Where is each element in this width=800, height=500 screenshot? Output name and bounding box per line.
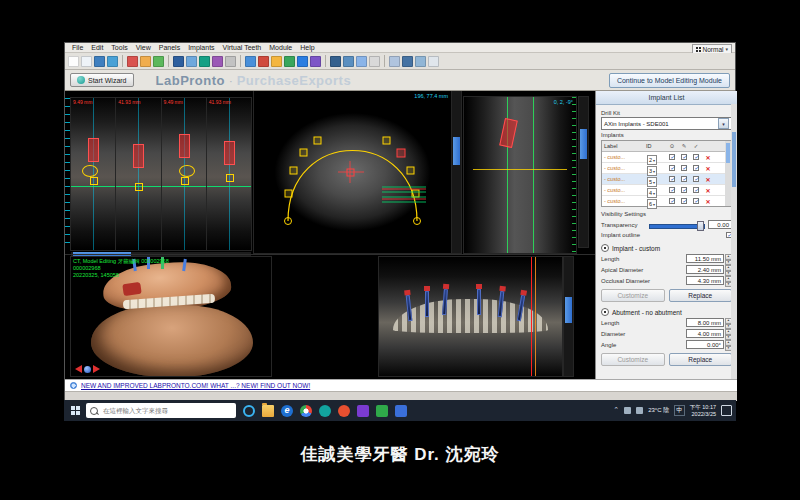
implant-marker[interactable] [122, 282, 141, 296]
panoramic-view[interactable] [379, 257, 562, 376]
weather-status[interactable]: 23°C 陰 [648, 406, 669, 415]
app-icon[interactable] [338, 405, 350, 417]
implant-row-selected[interactable]: - custo... 5 ✕ [602, 174, 731, 185]
app-icon[interactable] [395, 405, 407, 417]
toolbar-icon[interactable] [389, 56, 400, 67]
lower-jaw-model[interactable] [91, 305, 253, 376]
notification-center-icon[interactable] [721, 405, 732, 416]
abutment-section[interactable]: Abutment - no abutment [601, 308, 732, 316]
edit-checkbox[interactable] [681, 165, 687, 171]
orientation-widget[interactable] [75, 365, 100, 373]
toolbar-icon[interactable] [81, 56, 92, 67]
toolbar-icon[interactable] [258, 56, 269, 67]
rotate-right-icon[interactable] [93, 365, 100, 373]
drill-kit-select[interactable]: AXin Implants - SDE001 ▾ [601, 117, 732, 130]
sagittal-view[interactable]: 0, 2, -9° [464, 97, 576, 253]
menu-file[interactable]: File [68, 43, 87, 53]
panoramic-slider[interactable] [564, 257, 573, 376]
start-button[interactable] [64, 400, 86, 421]
delete-implant-icon[interactable]: ✕ [702, 176, 714, 183]
start-wizard-button[interactable]: Start Wizard [70, 73, 134, 87]
visible-checkbox[interactable] [669, 198, 675, 204]
length-field[interactable]: 11.50 mm [686, 254, 724, 263]
tray-expand-icon[interactable]: ⌃ [613, 406, 619, 414]
edit-checkbox[interactable] [681, 187, 687, 193]
implant-row[interactable]: - custo... 4 ✕ [602, 185, 731, 196]
toolbar-icon[interactable] [369, 56, 380, 67]
menu-implants[interactable]: Implants [184, 43, 218, 53]
approve-checkbox[interactable] [693, 187, 699, 193]
toolbar-icon[interactable] [356, 56, 367, 67]
slider-thumb[interactable] [697, 221, 704, 231]
toolbar-icon[interactable] [402, 56, 413, 67]
chrome-browser-icon[interactable] [300, 405, 312, 417]
edge-browser-icon[interactable] [281, 405, 293, 417]
slider-thumb[interactable] [453, 137, 460, 165]
axial-slice-slider[interactable] [452, 91, 461, 253]
toolbar-icon[interactable] [107, 56, 118, 67]
toolbar-icon[interactable] [284, 56, 295, 67]
scrollbar-thumb[interactable] [732, 132, 736, 187]
toolbar-icon[interactable] [330, 56, 341, 67]
axial-view[interactable]: 196, 77.4 mm [254, 91, 451, 253]
abutment-customize-button[interactable]: Customize [601, 353, 665, 366]
cortana-icon[interactable] [243, 405, 255, 417]
transparency-value[interactable]: 0.00 [708, 220, 732, 229]
edit-checkbox[interactable] [681, 154, 687, 160]
implant-row[interactable]: - custo... 6 ✕ [602, 196, 731, 206]
implant-row[interactable]: - custo... 2 ✕ [602, 152, 731, 163]
toolbar-icon[interactable] [343, 56, 354, 67]
abutment-diameter-field[interactable]: 4.00 mm [686, 329, 724, 338]
replace-button[interactable]: Replace [669, 289, 733, 302]
tray-icon[interactable] [624, 407, 631, 414]
visible-checkbox[interactable] [669, 154, 675, 160]
app-icon[interactable] [319, 405, 331, 417]
visible-checkbox[interactable] [669, 187, 675, 193]
cross-section-view[interactable]: 41.93 mm [116, 98, 160, 250]
toolbar-icon[interactable] [428, 56, 439, 67]
toolbar-icon[interactable] [225, 56, 236, 67]
delete-implant-icon[interactable]: ✕ [702, 154, 714, 161]
cross-section-view[interactable]: 9.49 mm [162, 98, 206, 250]
approve-checkbox[interactable] [693, 198, 699, 204]
toolbar-icon[interactable] [94, 56, 105, 67]
transparency-slider[interactable] [649, 221, 705, 229]
implant-overlay[interactable] [224, 141, 235, 165]
toolbar-icon[interactable] [271, 56, 282, 67]
taskbar-search[interactable] [86, 403, 236, 418]
toolbar-icon[interactable] [310, 56, 321, 67]
radio-icon[interactable] [601, 244, 609, 252]
app-icon[interactable] [357, 405, 369, 417]
toolbar-icon[interactable] [245, 56, 256, 67]
ime-indicator[interactable]: 中 [674, 405, 685, 416]
toolbar-icon[interactable] [199, 56, 210, 67]
toolbar-icon[interactable] [173, 56, 184, 67]
app-icon[interactable] [376, 405, 388, 417]
cross-section-view[interactable]: 41.93 mm [207, 98, 251, 250]
menu-help[interactable]: Help [296, 43, 318, 53]
edit-checkbox[interactable] [681, 198, 687, 204]
search-input[interactable] [101, 406, 215, 415]
implant-overlay[interactable] [179, 134, 190, 158]
abutment-replace-button[interactable]: Replace [669, 353, 733, 366]
implant-overlay[interactable] [425, 291, 429, 317]
implant-overlay[interactable] [133, 144, 144, 168]
implant-overlay[interactable] [477, 289, 481, 315]
taskbar-clock[interactable]: 下午 10:17 2022/3/25 [690, 404, 716, 418]
occlusal-diameter-field[interactable]: 4.30 mm [686, 276, 724, 285]
toolbar-icon[interactable] [153, 56, 164, 67]
rotate-left-icon[interactable] [75, 365, 82, 373]
toolbar-icon[interactable] [186, 56, 197, 67]
model-3d-view[interactable]: CT, Model Editing 牙齒編輯 000002968 0000029… [71, 257, 271, 376]
file-explorer-icon[interactable] [262, 405, 274, 417]
panel-scrollbar[interactable] [731, 104, 737, 379]
menu-edit[interactable]: Edit [87, 43, 107, 53]
toolbar-icon[interactable] [140, 56, 151, 67]
abutment-angle-field[interactable]: 0.00° [686, 340, 724, 349]
radio-icon[interactable] [601, 308, 609, 316]
sagittal-slice-slider[interactable] [579, 97, 588, 247]
approve-checkbox[interactable] [693, 154, 699, 160]
abutment-length-field[interactable]: 8.00 mm [686, 318, 724, 327]
menu-virtual-teeth[interactable]: Virtual Teeth [219, 43, 266, 53]
implant-overlay[interactable] [88, 138, 99, 162]
